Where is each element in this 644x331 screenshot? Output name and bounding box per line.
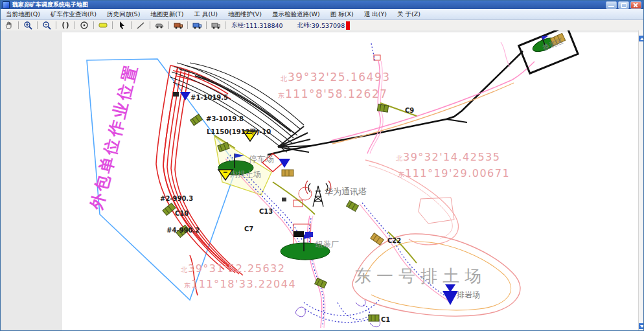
truck-gray-icon[interactable] xyxy=(207,21,224,30)
menu-exit[interactable]: 退 出(Y) xyxy=(359,9,392,19)
bench-label-l1150: L1150(1912平)-10 xyxy=(207,128,271,137)
title-bar: 魏家峁矿车调度系统电子地图 xyxy=(1,1,643,9)
coord3-lon: 东111°18'33.22044 xyxy=(184,278,296,290)
truck-label-c1: C1 xyxy=(381,316,390,323)
minimize-button[interactable] xyxy=(606,1,617,9)
truck-label-c22: C22 xyxy=(387,237,401,244)
measure-icon[interactable] xyxy=(95,21,111,30)
latitude-label: 北纬: xyxy=(297,21,312,30)
scroll-down-button[interactable] xyxy=(639,323,644,329)
huawei-tower-label: 华为通讯塔 xyxy=(325,186,367,198)
menu-current-map[interactable]: 当前地图(Q) xyxy=(1,9,45,19)
menu-legend[interactable]: 图 标(X) xyxy=(325,9,359,19)
text-caret xyxy=(346,21,350,30)
truck-red-icon[interactable] xyxy=(170,21,187,30)
parking-label: 停车场 xyxy=(249,154,274,165)
menu-about[interactable]: 关 于(Z) xyxy=(392,9,426,19)
truck-label-c7: C7 xyxy=(244,225,253,233)
menu-bar: 当前地图(Q) 矿车作业查询(R) 历史回放(S) 地图更新(T) 工 具(U)… xyxy=(1,9,643,20)
longitude-value: 111.318840 xyxy=(246,22,282,29)
latitude-value: 39.537098 xyxy=(312,22,345,29)
map-viewport[interactable]: 外包单位作业位置 北39°32'25.16493 东111°8'58.12627… xyxy=(1,30,644,331)
app-window: 魏家峁矿车调度系统电子地图 当前地图(Q) 矿车作业查询(R) 历史回放(S) … xyxy=(0,0,644,331)
menu-tools[interactable]: 工 具(U) xyxy=(189,9,223,19)
menu-map-update[interactable]: 地图更新(T) xyxy=(145,9,189,19)
draw-line-icon[interactable] xyxy=(132,21,149,30)
menu-history-playback[interactable]: 历史回放(S) xyxy=(102,9,145,19)
coord2-lon: 东111°19'29.00671 xyxy=(398,167,510,179)
bench-label-3: #3-1019.8 xyxy=(206,115,244,122)
vertical-scrollbar[interactable] xyxy=(638,30,644,331)
coord3-lat: 北39°31'52.25632 xyxy=(181,262,285,275)
coord2-lat: 北39°32'14.42535 xyxy=(396,151,500,163)
menu-map-maintain[interactable]: 地图维护(V) xyxy=(223,9,267,19)
bench-label-1: #1-1019.5 xyxy=(190,94,228,101)
window-title: 魏家峁矿车调度系统电子地图 xyxy=(12,1,604,9)
fit-extent-icon[interactable] xyxy=(57,21,74,30)
toolbar: 东经:111.318840 北纬:39.537098 xyxy=(1,20,643,31)
scroll-up-button[interactable] xyxy=(639,36,644,41)
app-icon xyxy=(3,1,10,8)
vehicle-icon[interactable] xyxy=(151,21,168,30)
inner-dump-label: 内排土场 xyxy=(230,169,261,180)
coordinate-readout: 东经:111.318840 北纬:39.537098 xyxy=(231,21,364,30)
zoom-in-icon[interactable] xyxy=(19,21,36,30)
select-arrow-icon[interactable] xyxy=(113,21,130,30)
bench-label-2: #2-990.3 xyxy=(160,195,193,202)
rock-dump-label: 排岩场 xyxy=(457,290,480,301)
pan-hand-icon[interactable] xyxy=(1,21,17,30)
close-button[interactable] xyxy=(630,1,641,9)
coord1-lat: 北39°32'25.16493 xyxy=(281,71,391,84)
maximize-button[interactable] xyxy=(618,1,629,9)
center-point-icon[interactable] xyxy=(76,21,93,30)
truck-label-c10: C10 xyxy=(175,210,189,217)
truck-blue-icon[interactable] xyxy=(189,21,205,30)
coord1-lon: 东111°8'58.12627 xyxy=(278,87,388,100)
menu-show-check-road[interactable]: 显示检验道路(W) xyxy=(267,9,325,19)
bench-label-4: #4-990.2 xyxy=(167,227,200,234)
truck-label-c9: C9 xyxy=(405,107,414,114)
longitude-label: 东经: xyxy=(231,21,246,30)
truck-label-c13: C13 xyxy=(259,208,273,215)
small-structure xyxy=(282,198,286,201)
menu-truck-query[interactable]: 矿车作业查询(R) xyxy=(45,9,102,19)
zoom-out-icon[interactable] xyxy=(38,21,55,30)
east-dump-label: 东一号排土场 xyxy=(354,265,487,288)
assembly-plant-label: 组装厂 xyxy=(316,239,339,250)
